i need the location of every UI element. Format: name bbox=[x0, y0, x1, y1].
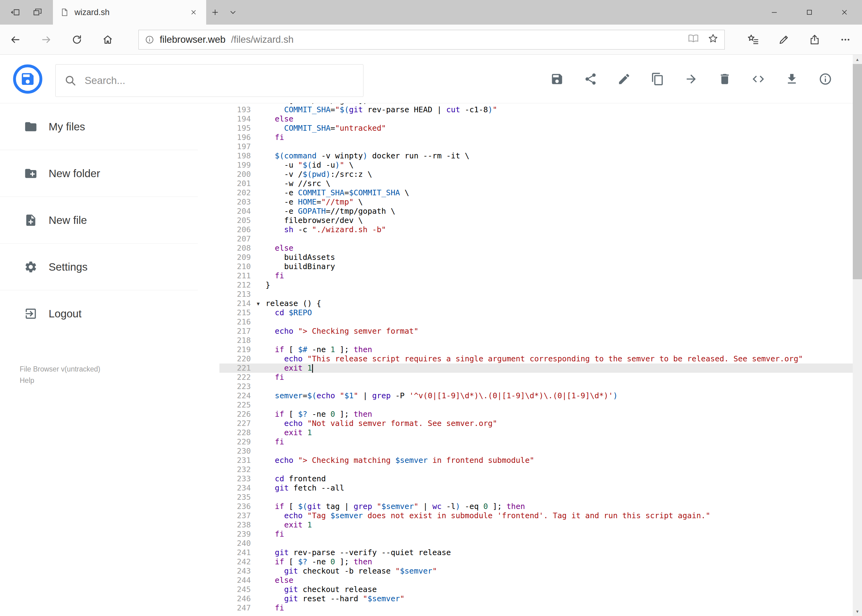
code-line[interactable]: 243 git checkout -b release "$semver" bbox=[219, 566, 853, 576]
code-line[interactable]: 231 echo "> Checking matching $semver in… bbox=[219, 456, 853, 465]
code-line[interactable]: 245 git checkout release bbox=[219, 585, 853, 594]
code-line[interactable]: 237 echo "Tag $semver does not exist in … bbox=[219, 511, 853, 520]
code-line[interactable]: 242 if [ $? -ne 0 ]; then bbox=[219, 557, 853, 566]
code-line[interactable]: 211 fi bbox=[219, 271, 853, 280]
fold-arrow-icon[interactable]: ▾ bbox=[251, 299, 266, 308]
sidebar-item-my-files[interactable]: My files bbox=[0, 103, 198, 150]
delete-button[interactable] bbox=[718, 72, 732, 86]
back-button[interactable] bbox=[0, 25, 31, 55]
code-line[interactable]: 206 sh -c "./wizard.sh -b" bbox=[219, 225, 853, 234]
code-line[interactable]: 220 echo "This release script requires a… bbox=[219, 354, 853, 363]
code-line[interactable]: 241 git rev-parse --verify --quiet relea… bbox=[219, 548, 853, 557]
code-line[interactable]: 247 fi bbox=[219, 603, 853, 613]
tab-close-button[interactable] bbox=[188, 7, 199, 17]
code-line[interactable]: 210 buildBinary bbox=[219, 262, 853, 271]
code-line[interactable]: 238 exit 1 bbox=[219, 520, 853, 530]
code-line[interactable]: 214▾release () { bbox=[219, 299, 853, 308]
page-scrollbar[interactable]: ▲ ▼ bbox=[853, 55, 862, 616]
code-line[interactable]: 244 else bbox=[219, 576, 853, 585]
code-editor[interactable]: 192 if [ -d /src/.git ]; then193 COMMIT_… bbox=[198, 103, 853, 616]
code-line[interactable]: 239 fi bbox=[219, 530, 853, 539]
new-tab-button[interactable] bbox=[206, 0, 224, 25]
scroll-down-button[interactable]: ▼ bbox=[853, 607, 862, 616]
download-button[interactable] bbox=[785, 72, 799, 86]
tab-wizard-sh[interactable]: wizard.sh bbox=[53, 0, 206, 25]
forward-button[interactable] bbox=[31, 25, 61, 55]
code-line[interactable]: 203 -e HOME="//tmp" \ bbox=[219, 198, 853, 207]
minimize-button[interactable] bbox=[757, 0, 792, 25]
code-line[interactable]: 199 -u "$(id -u)" \ bbox=[219, 160, 853, 170]
code-line[interactable]: 219 if [ $# -ne 1 ]; then bbox=[219, 345, 853, 354]
scrollbar-thumb[interactable] bbox=[853, 64, 862, 279]
share-up-button[interactable] bbox=[799, 25, 830, 55]
tabs-aside-button[interactable] bbox=[7, 0, 24, 25]
code-line[interactable]: 233 cd frontend bbox=[219, 474, 853, 484]
info-button[interactable] bbox=[818, 72, 832, 86]
code-line[interactable]: 217 echo "> Checking semver format" bbox=[219, 327, 853, 336]
close-button[interactable] bbox=[827, 0, 862, 25]
more-button[interactable] bbox=[830, 25, 861, 55]
help-link[interactable]: Help bbox=[20, 375, 198, 386]
refresh-button[interactable] bbox=[61, 25, 92, 55]
search-input[interactable] bbox=[85, 75, 355, 86]
favorite-star-button[interactable] bbox=[708, 33, 718, 46]
code-line[interactable]: 208 else bbox=[219, 244, 853, 253]
hub-button[interactable] bbox=[738, 25, 769, 55]
code-line[interactable]: 195 COMMIT_SHA="untracked" bbox=[219, 124, 853, 133]
reading-view-button[interactable] bbox=[688, 33, 698, 46]
code-line[interactable]: 202 -e COMMIT_SHA=$COMMIT_SHA \ bbox=[219, 188, 853, 198]
code-line[interactable]: 198 $(command -v winpty) docker run --rm… bbox=[219, 151, 853, 160]
code-line[interactable]: 228 exit 1 bbox=[219, 428, 853, 437]
code-line[interactable]: 229 fi bbox=[219, 437, 853, 446]
scroll-up-button[interactable]: ▲ bbox=[853, 55, 862, 64]
sidebar-item-new-folder[interactable]: New folder bbox=[0, 150, 198, 197]
sidebar-item-logout[interactable]: Logout bbox=[0, 290, 198, 337]
code-line[interactable]: 215 cd $REPO bbox=[219, 308, 853, 317]
home-button[interactable] bbox=[92, 25, 123, 55]
code-line[interactable]: 232 bbox=[219, 465, 853, 474]
code-line[interactable]: 204 -e GOPATH=//tmp/gopath \ bbox=[219, 207, 853, 216]
code-line[interactable]: 235 bbox=[219, 493, 853, 502]
sidebar-item-settings[interactable]: Settings bbox=[0, 244, 198, 290]
save-button[interactable] bbox=[550, 72, 564, 86]
code-line[interactable]: 230 bbox=[219, 446, 853, 456]
code-line[interactable]: 194 else bbox=[219, 115, 853, 124]
code-button[interactable] bbox=[751, 72, 765, 86]
code-line[interactable]: 240 bbox=[219, 539, 853, 548]
code-line[interactable]: 207 bbox=[219, 234, 853, 244]
move-button[interactable] bbox=[684, 72, 698, 86]
code-line[interactable]: 197 bbox=[219, 142, 853, 151]
share-nodes-button[interactable] bbox=[583, 72, 598, 86]
code-line[interactable]: 209 buildAssets bbox=[219, 253, 853, 262]
maximize-button[interactable] bbox=[792, 0, 827, 25]
code-line[interactable]: 212} bbox=[219, 280, 853, 290]
tab-preview-toggle[interactable] bbox=[224, 0, 242, 25]
code-line[interactable]: 223 bbox=[219, 382, 853, 391]
code-line[interactable]: 236 if [ $(git tag | grep "$semver" | wc… bbox=[219, 502, 853, 511]
code-line[interactable]: 193 COMMIT_SHA="$(git rev-parse HEAD | c… bbox=[219, 105, 853, 115]
copy-button[interactable] bbox=[651, 72, 665, 86]
code-line[interactable]: 200 -v /$(pwd):/src:z \ bbox=[219, 170, 853, 179]
sidebar-item-new-file[interactable]: New file bbox=[0, 197, 198, 244]
aside-list-button[interactable] bbox=[30, 0, 46, 25]
code-line[interactable]: 201 -w //src \ bbox=[219, 179, 853, 188]
web-note-button[interactable] bbox=[769, 25, 799, 55]
code-line[interactable]: 221 exit 1 bbox=[219, 363, 853, 373]
code-line[interactable]: 222 fi bbox=[219, 373, 853, 382]
search-box[interactable] bbox=[55, 64, 364, 97]
code-line[interactable]: 225 bbox=[219, 401, 853, 410]
code-line[interactable]: 196 fi bbox=[219, 133, 853, 142]
code-line[interactable]: 224 semver=$(echo "$1" | grep -P '^v(0|[… bbox=[219, 391, 853, 401]
url-field[interactable]: filebrowser.web/files/wizard.sh bbox=[139, 30, 725, 50]
code-line[interactable]: 234 git fetch --all bbox=[219, 484, 853, 493]
edit-button[interactable] bbox=[617, 72, 631, 86]
code-line[interactable]: 216 bbox=[219, 317, 853, 327]
site-info-icon[interactable] bbox=[145, 35, 154, 44]
code-line[interactable]: 218 bbox=[219, 336, 853, 345]
code-line[interactable]: 227 echo "Not valid semver format. See s… bbox=[219, 419, 853, 428]
code-line[interactable]: 205 filebrowser/dev \ bbox=[219, 216, 853, 225]
code-line[interactable]: 226 if [ $? -ne 0 ]; then bbox=[219, 410, 853, 419]
filebrowser-logo[interactable] bbox=[13, 64, 43, 94]
code-line[interactable]: 213 bbox=[219, 290, 853, 299]
code-line[interactable]: 246 git reset --hard "$semver" bbox=[219, 594, 853, 603]
